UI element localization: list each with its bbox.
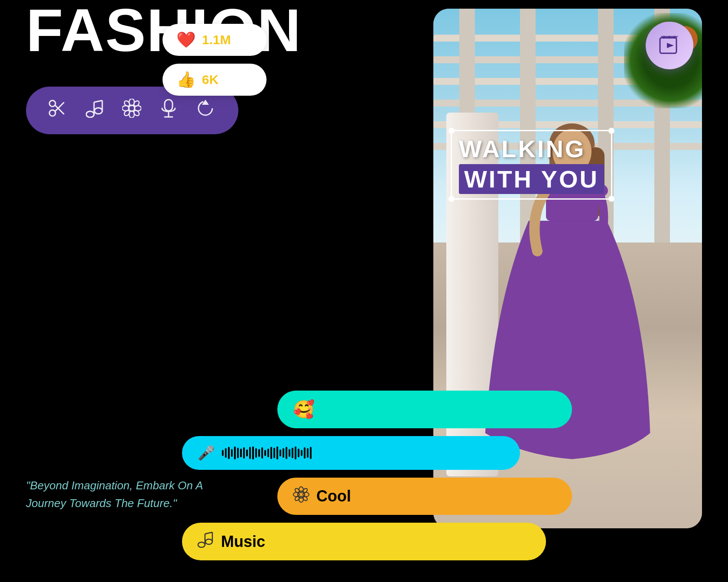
filter-icon[interactable] <box>122 99 141 122</box>
scissors-icon[interactable] <box>48 99 67 122</box>
svg-point-8 <box>94 108 102 114</box>
microphone-icon[interactable] <box>160 99 177 122</box>
emoji-pill[interactable]: 🥰 <box>277 391 572 428</box>
svg-line-49 <box>205 532 212 534</box>
cool-pill[interactable]: Cool <box>277 478 572 515</box>
rotate-icon[interactable] <box>196 99 215 122</box>
thumbsup-pill: 👍 6K <box>162 64 266 96</box>
voice-pill[interactable]: 🎤 <box>182 436 520 470</box>
likes-count: 1.1M <box>202 32 231 47</box>
music-label: Music <box>221 533 265 551</box>
walking-text-line2: WITH YOU <box>459 164 604 194</box>
svg-line-6 <box>94 100 102 102</box>
tagline: "Beyond Imagination, Embark On A Journey… <box>26 477 208 513</box>
video-edit-button[interactable] <box>646 22 693 69</box>
svg-point-4 <box>86 111 94 117</box>
thumbsup-count: 6K <box>202 72 218 87</box>
music-pill[interactable]: Music <box>182 523 546 560</box>
walking-text-box: WALKING WITH YOU <box>451 130 612 200</box>
microphone-pill-icon: 🎤 <box>198 445 215 461</box>
svg-point-38 <box>298 491 305 498</box>
music-pill-icon <box>198 531 214 552</box>
svg-point-47 <box>198 542 205 547</box>
heart-emoji: ❤️ <box>176 31 196 49</box>
thumbsup-emoji: 👍 <box>176 71 196 89</box>
svg-rect-18 <box>165 100 172 111</box>
cool-label: Cool <box>316 487 351 505</box>
bottom-pills-container: 🥰 🎤 <box>182 391 572 560</box>
love-emoji: 🥰 <box>293 399 315 420</box>
likes-pill: ❤️ 1.1M <box>162 24 266 56</box>
walking-text-line1: WALKING <box>459 136 604 162</box>
svg-marker-37 <box>667 43 674 48</box>
likes-container: ❤️ 1.1M 👍 6K <box>162 24 266 96</box>
music-note-icon[interactable] <box>86 99 103 122</box>
cool-icon <box>293 486 309 506</box>
svg-point-51 <box>205 539 212 544</box>
waveform <box>222 446 312 459</box>
